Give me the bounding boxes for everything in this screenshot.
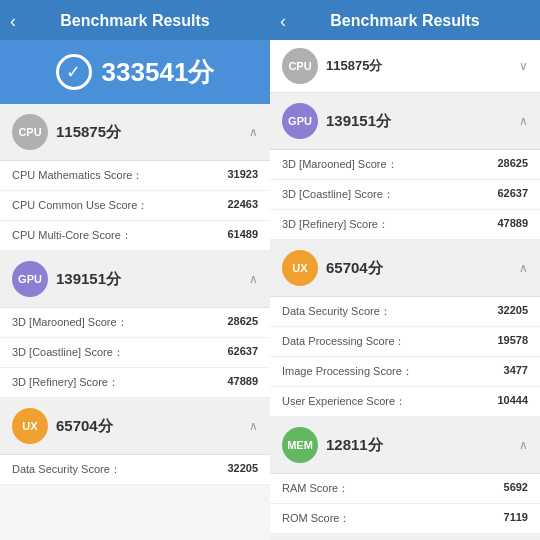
right-gpu-coastline-value: 62637 (497, 187, 528, 202)
table-row: 3D [Refinery] Score： 47889 (270, 210, 540, 240)
left-gpu-category-left: GPU 139151分 (12, 261, 121, 297)
left-cpu-chevron-icon: ∧ (249, 125, 258, 139)
right-gpu-marooned-value: 28625 (497, 157, 528, 172)
table-row: Data Processing Score： 19578 (270, 327, 540, 357)
right-mem-ram-label: RAM Score： (282, 481, 349, 496)
left-gpu-coastline-value: 62637 (227, 345, 258, 360)
right-mem-category-left: MEM 12811分 (282, 427, 383, 463)
left-cpu-multi-value: 61489 (227, 228, 258, 243)
left-gpu-chevron-icon: ∧ (249, 272, 258, 286)
right-cpu-partial-score: 115875分 (326, 57, 382, 75)
right-gpu-refinery-label: 3D [Refinery] Score： (282, 217, 389, 232)
right-gpu-coastline-label: 3D [Coastline] Score： (282, 187, 394, 202)
left-gpu-score: 139151分 (56, 270, 121, 289)
left-ux-category-left: UX 65704分 (12, 408, 113, 444)
table-row: 3D [Marooned] Score： 28625 (270, 150, 540, 180)
right-ux-dataproc-value: 19578 (497, 334, 528, 349)
right-panel: ‹ Benchmark Results CPU 115875分 ∨ GPU 13… (270, 0, 540, 540)
left-gpu-sub-rows: 3D [Marooned] Score： 28625 3D [Coastline… (0, 308, 270, 398)
right-ux-userexp-label: User Experience Score： (282, 394, 406, 409)
check-circle-icon: ✓ (56, 54, 92, 90)
left-cpu-category-left: CPU 115875分 (12, 114, 121, 150)
left-ux-datasec-value: 32205 (227, 462, 258, 477)
right-mem-badge: MEM (282, 427, 318, 463)
right-header-title: Benchmark Results (330, 12, 479, 30)
right-ux-sub-rows: Data Security Score： 32205 Data Processi… (270, 297, 540, 417)
left-cpu-multi-label: CPU Multi-Core Score： (12, 228, 132, 243)
right-mem-category-row[interactable]: MEM 12811分 ∧ (270, 417, 540, 474)
right-gpu-category-left: GPU 139151分 (282, 103, 391, 139)
right-ux-score: 65704分 (326, 259, 383, 278)
right-ux-dataproc-label: Data Processing Score： (282, 334, 406, 349)
right-ux-datasec-label: Data Security Score： (282, 304, 391, 319)
left-panel: ‹ Benchmark Results ✓ 333541分 CPU 115875… (0, 0, 270, 540)
left-ux-score: 65704分 (56, 417, 113, 436)
table-row: User Experience Score： 10444 (270, 387, 540, 417)
right-ux-datasec-value: 32205 (497, 304, 528, 319)
right-header: ‹ Benchmark Results (270, 0, 540, 40)
left-cpu-badge: CPU (12, 114, 48, 150)
left-header-title: Benchmark Results (60, 12, 209, 30)
left-gpu-marooned-value: 28625 (227, 315, 258, 330)
right-gpu-score: 139151分 (326, 112, 391, 131)
left-gpu-refinery-label: 3D [Refinery] Score： (12, 375, 119, 390)
right-gpu-sub-rows: 3D [Marooned] Score： 28625 3D [Coastline… (270, 150, 540, 240)
left-cpu-sub-rows: CPU Mathematics Score： 31923 CPU Common … (0, 161, 270, 251)
right-gpu-chevron-icon: ∧ (519, 114, 528, 128)
right-ux-chevron-icon: ∧ (519, 261, 528, 275)
table-row: Data Security Score： 32205 (0, 455, 270, 485)
table-row: RAM Score： 5692 (270, 474, 540, 504)
left-gpu-coastline-label: 3D [Coastline] Score： (12, 345, 124, 360)
right-mem-chevron-icon: ∧ (519, 438, 528, 452)
left-header: ‹ Benchmark Results (0, 0, 270, 40)
right-back-icon[interactable]: ‹ (280, 11, 286, 32)
total-score-value: 333541分 (102, 55, 215, 90)
left-gpu-marooned-label: 3D [Marooned] Score： (12, 315, 128, 330)
left-ux-chevron-icon: ∧ (249, 419, 258, 433)
table-row: CPU Common Use Score： 22463 (0, 191, 270, 221)
right-mem-score: 12811分 (326, 436, 383, 455)
right-mem-rom-label: ROM Score： (282, 511, 350, 526)
total-score-section: ✓ 333541分 (0, 40, 270, 104)
right-mem-sub-rows: RAM Score： 5692 ROM Score： 7119 (270, 474, 540, 534)
left-ux-sub-rows: Data Security Score： 32205 (0, 455, 270, 485)
table-row: 3D [Marooned] Score： 28625 (0, 308, 270, 338)
left-cpu-common-label: CPU Common Use Score： (12, 198, 148, 213)
left-cpu-category-row[interactable]: CPU 115875分 ∧ (0, 104, 270, 161)
left-ux-badge: UX (12, 408, 48, 444)
right-gpu-category-row[interactable]: GPU 139151分 ∧ (270, 93, 540, 150)
right-ux-category-left: UX 65704分 (282, 250, 383, 286)
left-content: CPU 115875分 ∧ CPU Mathematics Score： 319… (0, 104, 270, 540)
right-ux-badge: UX (282, 250, 318, 286)
right-ux-imgproc-label: Image Processing Score： (282, 364, 413, 379)
left-gpu-category-row[interactable]: GPU 139151分 ∧ (0, 251, 270, 308)
table-row: 3D [Coastline] Score： 62637 (270, 180, 540, 210)
table-row: Data Security Score： 32205 (270, 297, 540, 327)
left-gpu-badge: GPU (12, 261, 48, 297)
right-gpu-marooned-label: 3D [Marooned] Score： (282, 157, 398, 172)
table-row: ROM Score： 7119 (270, 504, 540, 534)
right-cpu-partial-chevron: ∨ (519, 59, 528, 73)
right-cpu-partial-row: CPU 115875分 ∨ (270, 40, 540, 93)
right-ux-imgproc-value: 3477 (504, 364, 528, 379)
left-cpu-score: 115875分 (56, 123, 121, 142)
table-row: CPU Multi-Core Score： 61489 (0, 221, 270, 251)
right-content: CPU 115875分 ∨ GPU 139151分 ∧ 3D [Marooned… (270, 40, 540, 540)
right-mem-ram-value: 5692 (504, 481, 528, 496)
right-ux-category-row[interactable]: UX 65704分 ∧ (270, 240, 540, 297)
right-cpu-partial-badge: CPU (282, 48, 318, 84)
left-cpu-math-value: 31923 (227, 168, 258, 183)
right-gpu-refinery-value: 47889 (497, 217, 528, 232)
table-row: Image Processing Score： 3477 (270, 357, 540, 387)
table-row: 3D [Coastline] Score： 62637 (0, 338, 270, 368)
table-row: 3D [Refinery] Score： 47889 (0, 368, 270, 398)
left-ux-category-row[interactable]: UX 65704分 ∧ (0, 398, 270, 455)
left-cpu-math-label: CPU Mathematics Score： (12, 168, 143, 183)
right-ux-userexp-value: 10444 (497, 394, 528, 409)
table-row: CPU Mathematics Score： 31923 (0, 161, 270, 191)
left-cpu-common-value: 22463 (227, 198, 258, 213)
left-gpu-refinery-value: 47889 (227, 375, 258, 390)
left-back-icon[interactable]: ‹ (10, 11, 16, 32)
left-ux-datasec-label: Data Security Score： (12, 462, 121, 477)
right-gpu-badge: GPU (282, 103, 318, 139)
